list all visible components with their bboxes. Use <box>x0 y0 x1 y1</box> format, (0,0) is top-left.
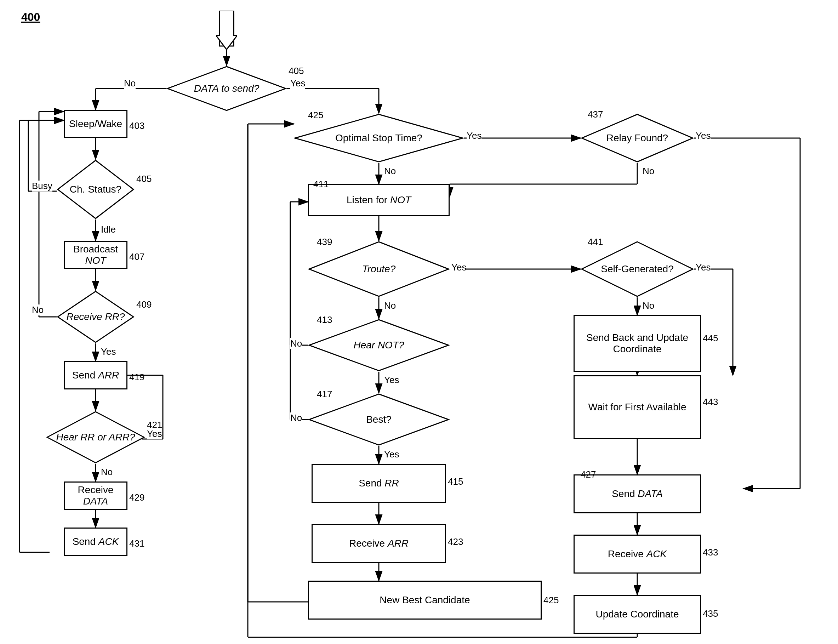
ref-405-2: 405 <box>136 174 151 184</box>
send-rr-text: Send RR <box>359 478 399 489</box>
ref-445: 445 <box>703 333 718 344</box>
label-idle: Idle <box>101 224 116 235</box>
update-coord-box: Update Coordinate <box>573 595 701 634</box>
ch-status-diamond: Ch. Status? <box>57 159 135 220</box>
label-yes-optimal: Yes <box>467 130 481 141</box>
optimal-stop-label: Optimal Stop Time? <box>335 132 422 144</box>
label-no-hear: No <box>101 467 113 478</box>
self-generated-label: Self-Generated? <box>601 263 674 275</box>
hear-rr-arr-diamond: Hear RR or ARR? <box>46 411 145 464</box>
ref-429: 429 <box>129 492 145 503</box>
send-arr-box: Send ARR <box>64 361 127 389</box>
data-to-send-diamond: DATA to send? <box>166 66 287 112</box>
flowchart-diagram: 400 <box>0 0 838 644</box>
ref-443: 443 <box>703 396 718 407</box>
relay-found-diamond: Relay Found? <box>581 113 694 163</box>
receive-data-text: Receive DATA <box>65 484 127 507</box>
ref-403: 403 <box>129 120 145 131</box>
send-ack-left-box: Send ACK <box>64 527 127 556</box>
send-data-box: Send DATA <box>573 475 701 513</box>
ref-417: 417 <box>317 389 332 400</box>
troute-label: Troute? <box>362 263 396 275</box>
send-rr-box: Send RR <box>312 464 446 503</box>
ref-435: 435 <box>703 608 718 619</box>
start-arrow <box>216 11 237 49</box>
ref-425-d: 425 <box>308 110 323 121</box>
ref-413: 413 <box>317 314 332 325</box>
receive-rr-label: Receive RR? <box>67 311 125 323</box>
receive-ack-box: Receive ACK <box>573 535 701 573</box>
ref-427: 427 <box>581 469 596 480</box>
hear-rr-arr-label: Hear RR or ARR? <box>56 431 135 443</box>
label-no-relay: No <box>642 166 654 177</box>
svg-marker-59 <box>216 11 237 49</box>
label-yes-data: Yes <box>290 78 305 89</box>
send-back-box: Send Back and Update Coordinate <box>573 315 701 372</box>
ref-441: 441 <box>588 237 603 248</box>
send-back-text: Send Back and Update Coordinate <box>575 332 700 355</box>
label-no-troute: No <box>384 300 396 311</box>
receive-data-box: Receive DATA <box>64 481 127 510</box>
label-no-hear-not: No <box>290 338 302 349</box>
label-no-best: No <box>290 412 302 424</box>
label-yes-relay: Yes <box>696 130 711 141</box>
send-data-text: Send DATA <box>612 488 663 499</box>
ref-437: 437 <box>588 109 603 120</box>
ref-433: 433 <box>703 547 718 558</box>
label-busy: Busy <box>32 181 53 192</box>
hear-not-diamond: Hear NOT? <box>308 319 450 372</box>
optimal-stop-diamond: Optimal Stop Time? <box>294 113 464 163</box>
wait-first-text: Wait for First Available <box>588 401 687 413</box>
best-diamond: Best? <box>308 393 450 446</box>
receive-arr-text: Receive ARR <box>349 538 409 549</box>
new-best-box: New Best Candidate <box>308 581 542 619</box>
broadcast-not-box: Broadcast NOT <box>64 241 127 269</box>
send-arr-text: Send ARR <box>72 370 119 381</box>
update-coord-text: Update Coordinate <box>595 609 679 620</box>
label-no-optimal: No <box>384 166 396 177</box>
receive-ack-text: Receive ACK <box>608 549 667 560</box>
sleep-wake-box: Sleep/Wake <box>64 110 127 138</box>
label-yes-troute: Yes <box>452 262 466 273</box>
label-yes-rr: Yes <box>101 346 116 357</box>
ref-407: 407 <box>129 251 145 262</box>
relay-found-label: Relay Found? <box>606 132 668 144</box>
label-yes-best: Yes <box>384 449 399 460</box>
best-label: Best? <box>366 414 391 426</box>
ref-415: 415 <box>448 476 463 487</box>
broadcast-not-text: Broadcast NOT <box>65 243 127 266</box>
send-ack-left-text: Send ACK <box>72 536 119 547</box>
receive-arr-box: Receive ARR <box>312 524 446 563</box>
label-no-rr: No <box>32 304 44 315</box>
receive-rr-diamond: Receive RR? <box>57 290 135 343</box>
ref-411: 411 <box>313 179 329 190</box>
ref-423: 423 <box>448 536 463 547</box>
ref-425-b: 425 <box>544 595 559 606</box>
label-yes-selfgen: Yes <box>696 262 711 273</box>
ref-405-data: 405 <box>289 66 304 76</box>
label-no-selfgen: No <box>642 300 654 311</box>
ref-439: 439 <box>317 237 332 248</box>
label-yes-hear-not: Yes <box>384 375 399 386</box>
listen-not-text: Listen for NOT <box>347 194 411 206</box>
data-to-send-label: DATA to send? <box>194 82 260 95</box>
wait-first-box: Wait for First Available <box>573 375 701 439</box>
new-best-text: New Best Candidate <box>380 595 470 606</box>
label-no-data: No <box>124 78 136 89</box>
self-generated-diamond: Self-Generated? <box>581 241 694 297</box>
ref-431: 431 <box>129 538 145 549</box>
ch-status-label: Ch. Status? <box>70 183 122 196</box>
label-yes-hear: Yes <box>147 429 162 439</box>
listen-not-box: Listen for NOT <box>308 184 450 216</box>
ref-409: 409 <box>136 299 151 310</box>
troute-diamond: Troute? <box>308 241 450 297</box>
ref-419: 419 <box>129 372 145 383</box>
hear-not-label: Hear NOT? <box>353 339 404 351</box>
